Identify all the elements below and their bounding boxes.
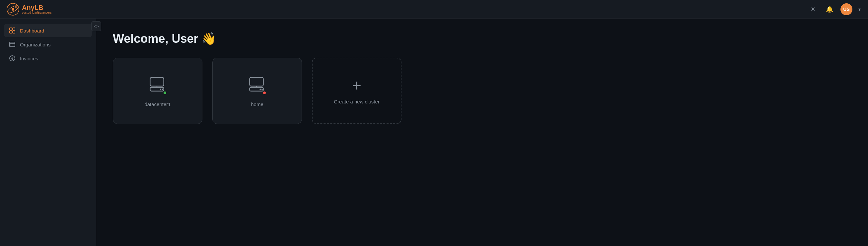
sidebar-item-organizations[interactable]: Organizations [4,38,92,51]
sidebar-item-dashboard[interactable]: Dashboard [4,24,92,37]
cluster-card-home[interactable]: home [212,58,302,124]
svg-point-21 [261,89,263,90]
svg-text:€: € [11,57,13,60]
sidebar-item-invoices[interactable]: € Invoices [4,52,92,65]
dashboard-icon [9,27,16,34]
cluster-label: home [251,101,264,107]
cluster-status-dot-red [262,91,267,95]
plus-icon: + [352,78,361,94]
user-avatar-button[interactable]: US [840,3,852,15]
cluster-icon-wrap [147,75,168,96]
theme-toggle-button[interactable]: ☀ [807,4,818,15]
svg-point-16 [162,89,163,90]
welcome-heading: Welcome, User 👋 [113,32,851,46]
notifications-button[interactable]: 🔔 [824,4,835,15]
logo-icon [7,3,19,15]
sidebar-item-label: Organizations [20,42,51,47]
logo-main-text: AnyLB [22,4,52,11]
logo-area: AnyLB costed loadBalancers [7,3,52,15]
svg-rect-18 [250,77,263,86]
create-cluster-card[interactable]: + Create a new cluster [312,58,401,124]
logo-sub-text: costed loadBalancers [22,11,52,14]
cluster-status-dot-green [163,91,167,95]
invoices-icon: € [9,55,16,62]
code-toggle-button[interactable]: <> [91,21,101,31]
sidebar-nav: Dashboard Organizations [0,21,96,68]
svg-point-3 [15,6,17,8]
svg-point-22 [259,89,261,90]
sun-icon: ☀ [810,6,815,13]
cluster-icon-wrap [247,75,268,96]
svg-rect-6 [10,31,12,33]
sidebar: Dashboard Organizations [0,19,96,246]
header-right: ☀ 🔔 US ▾ [807,3,861,15]
svg-rect-13 [150,77,163,86]
svg-point-2 [11,8,14,11]
svg-rect-14 [150,87,163,91]
cluster-label: datacenter1 [144,101,170,107]
user-menu-chevron[interactable]: ▾ [858,6,861,12]
clusters-grid: datacenter1 home + [113,58,851,124]
create-cluster-label: Create a new cluster [334,99,380,104]
svg-rect-7 [12,31,15,33]
svg-rect-8 [10,42,15,47]
main-content: Welcome, User 👋 datacenter1 [96,19,868,246]
sidebar-item-label: Invoices [20,56,38,61]
svg-rect-4 [10,28,12,30]
svg-point-17 [160,89,161,90]
sidebar-item-label: Dashboard [20,28,44,34]
code-icon: <> [94,24,98,29]
header: AnyLB costed loadBalancers ☀ 🔔 US ▾ [0,0,868,19]
body-layout: Dashboard Organizations [0,19,868,246]
svg-rect-5 [12,28,15,30]
svg-rect-19 [250,87,263,91]
organizations-icon [9,41,16,48]
bell-icon: 🔔 [826,6,833,13]
cluster-card-datacenter1[interactable]: datacenter1 [113,58,203,124]
logo-text: AnyLB costed loadBalancers [22,4,52,14]
